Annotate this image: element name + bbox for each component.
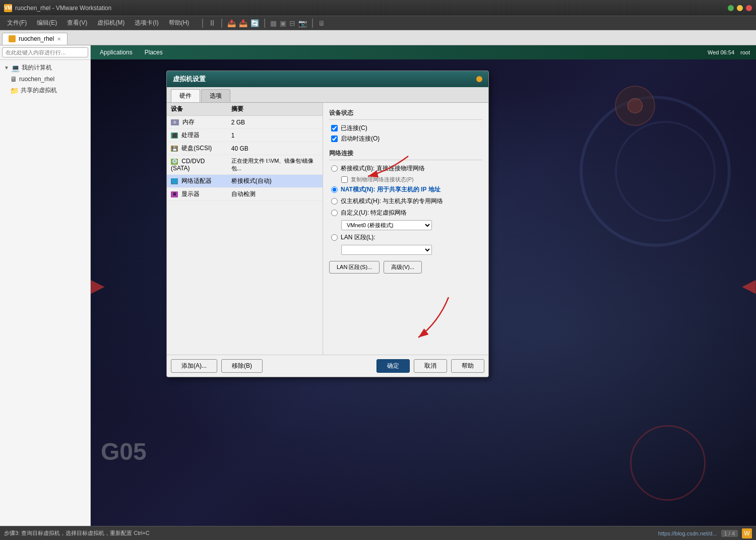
lan-segment-button[interactable]: LAN 区段(S)... (329, 261, 380, 274)
nat-label: NAT模式(N): 用于共享主机的 IP 地址 (341, 185, 440, 194)
vm-area: Applications Places Wed 06:54 root G05 ▶… (91, 45, 756, 526)
connect-on-start-checkbox[interactable] (331, 136, 338, 142)
host-only-label: 仅主机模式(H): 与主机共享的专用网络 (341, 197, 443, 206)
ok-button[interactable]: 确定 (376, 359, 410, 373)
dialog-footer-left: 添加(A)... 移除(B) (171, 359, 372, 373)
toolbar-pause-icon[interactable]: ⏸ (208, 19, 216, 28)
dialog-tabs: 硬件 选项 (167, 87, 488, 103)
dialog-close-button[interactable] (476, 76, 482, 82)
device-row-cd[interactable]: 💿 CD/DVD (SATA) 正在使用文件 I:\VM、镜像包\镜像包... (167, 155, 323, 175)
custom-dropdown[interactable]: VMnet0 (桥接模式) (341, 220, 432, 230)
app-icon: VM (4, 4, 12, 12)
toolbar-view1-icon[interactable]: ▦ (270, 19, 277, 27)
menu-view[interactable]: 查看(V) (62, 17, 92, 29)
toolbar-view2-icon[interactable]: ▣ (280, 19, 286, 27)
status-right: https://blog.csdn.net/d... 1 / 4 W (658, 528, 752, 538)
tab-label: ruochen_rhel (19, 35, 54, 42)
sidebar-label-shared-vm: 共享的虚拟机 (21, 86, 57, 95)
dialog-tab-hardware[interactable]: 硬件 (171, 89, 200, 102)
menu-help[interactable]: 帮助(H) (164, 17, 195, 29)
sidebar-search-input[interactable] (2, 47, 88, 57)
ram-icon: ≡ (171, 119, 179, 125)
sub-radio-bridge-physical: 复制物理网络连接状态(P) (329, 176, 482, 183)
watermark-icon[interactable]: W (742, 528, 752, 538)
titlebar: VM ruochen_rhel - VMware Workstation (0, 0, 756, 16)
menu-edit[interactable]: 编辑(E) (32, 17, 62, 29)
guest-menu-applications[interactable]: Applications (97, 48, 136, 57)
custom-label: 自定义(U): 特定虚拟网络 (341, 209, 407, 217)
net-icon: 🌐 (171, 178, 178, 184)
computer-icon: 💻 (11, 64, 20, 72)
help-button[interactable]: 帮助 (451, 359, 484, 373)
window-title: ruochen_rhel - VMware Workstation (15, 5, 728, 12)
device-row-cpu[interactable]: ⬛ 处理器 1 (167, 129, 323, 142)
hdd-icon: 💾 (171, 146, 178, 152)
guest-clock: Wed 06:54 (708, 49, 734, 55)
lan-label: LAN 区段(L): (341, 233, 375, 242)
close-button[interactable] (746, 5, 752, 11)
tab-close-button[interactable]: ✕ (57, 36, 61, 42)
dialog-tab-options[interactable]: 选项 (201, 89, 230, 102)
tab-ruochen-rhel[interactable]: ruochen_rhel ✕ (2, 33, 68, 45)
connect-on-start-label: 启动时连接(O) (341, 134, 380, 143)
minimize-button[interactable] (728, 5, 734, 11)
menu-vm[interactable]: 虚拟机(M) (92, 17, 130, 29)
add-button[interactable]: 添加(A)... (171, 359, 217, 373)
guest-user: root (740, 49, 750, 55)
connected-checkbox-row: 已连接(C) (329, 124, 482, 132)
sidebar-tree: ▼ 💻 我的计算机 🖥 ruochen_rhel 📁 共享的虚拟机 (0, 60, 90, 98)
sidebar-item-ruochen-rhel[interactable]: 🖥 ruochen_rhel (0, 74, 90, 85)
toolbar-view4-icon[interactable]: 📷 (298, 19, 307, 27)
menu-file[interactable]: 文件(F) (2, 17, 32, 29)
custom-dropdown-row: VMnet0 (桥接模式) (341, 220, 482, 230)
advanced-button[interactable]: 高级(V)... (384, 261, 422, 274)
bridge-sub-label: 复制物理网络连接状态(P) (351, 176, 414, 183)
statusbar: 步骤3: 查询目标虚拟机，选择目标虚拟机，重新配置 Ctrl+C https:/… (0, 526, 756, 540)
menu-tab[interactable]: 选项卡(I) (130, 17, 163, 29)
lan-dropdown-row (341, 245, 482, 255)
device-row-net[interactable]: 🌐 网络适配器 桥接模式(自动) (167, 175, 323, 188)
toolbar-refresh-icon[interactable]: 🔄 (250, 19, 259, 27)
dialog-title: 虚拟机设置 (173, 75, 476, 84)
col-device: 设备 (167, 103, 227, 116)
dialog-titlebar: 虚拟机设置 (167, 71, 488, 87)
page-indicator: 1 / 4 (721, 530, 738, 537)
radio-custom: 自定义(U): 特定虚拟网络 (329, 209, 482, 217)
vm-desktop[interactable]: G05 ▶ ◀ 🏠 home 🗑 Trash 💿 RHEL-7.0 Server… (91, 45, 756, 526)
network-section-title: 网络连接 (329, 149, 482, 160)
toolbar-screen-icon[interactable]: 🖥 (318, 19, 325, 27)
remove-button[interactable]: 移除(B) (221, 359, 263, 373)
window-controls (728, 5, 752, 11)
tabbar: ruochen_rhel ✕ (0, 30, 756, 45)
maximize-button[interactable] (737, 5, 743, 11)
col-summary: 摘要 (227, 103, 323, 116)
radio-bridge: 桥接模式(B): 直接连接物理网络 (329, 164, 482, 173)
cd-icon: 💿 (171, 159, 178, 165)
toolbar-receive-icon[interactable]: 📥 (239, 19, 247, 27)
radio-nat: NAT模式(N): 用于共享主机的 IP 地址 (329, 185, 482, 194)
vm-settings-dialog: 虚拟机设置 硬件 选项 设备 摘要 (166, 71, 489, 377)
status-text: 步骤3: 查询目标虚拟机，选择目标虚拟机，重新配置 Ctrl+C (4, 529, 654, 537)
toolbar-view3-icon[interactable]: ⊟ (289, 19, 295, 27)
menubar: 文件(F) 编辑(E) 查看(V) 虚拟机(M) 选项卡(I) 帮助(H) ⏸ … (0, 16, 756, 30)
network-section: 网络连接 桥接模式(B): 直接连接物理网络 复制物理网络连接状态(P) (329, 149, 482, 274)
device-table: 设备 摘要 ≡ 内存 2 GB (167, 103, 323, 201)
connected-checkbox[interactable] (331, 125, 338, 131)
device-row-monitor[interactable]: 🖥 显示器 自动检测 (167, 188, 323, 201)
device-row-ram[interactable]: ≡ 内存 2 GB (167, 116, 323, 129)
toolbar-send-icon[interactable]: 📤 (227, 19, 236, 27)
sidebar-item-my-computer[interactable]: ▼ 💻 我的计算机 (0, 62, 90, 74)
cancel-button[interactable]: 取消 (414, 359, 447, 373)
dialog-body: 设备 摘要 ≡ 内存 2 GB (167, 103, 488, 355)
device-row-hdd[interactable]: 💾 硬盘(SCSI) 40 GB (167, 142, 323, 155)
bridge-label: 桥接模式(B): 直接连接物理网络 (341, 164, 425, 173)
shared-vm-icon: 📁 (10, 87, 19, 95)
main-area: ▼ 💻 我的计算机 🖥 ruochen_rhel 📁 共享的虚拟机 Applic… (0, 45, 756, 526)
sidebar-item-shared-vm[interactable]: 📁 共享的虚拟机 (0, 85, 90, 96)
lan-buttons-row: LAN 区段(S)... 高级(V)... (329, 261, 482, 274)
status-link[interactable]: https://blog.csdn.net/d... (658, 530, 717, 536)
lan-dropdown[interactable] (341, 245, 432, 255)
connect-on-start-checkbox-row: 启动时连接(O) (329, 134, 482, 143)
vm-icon: 🖥 (10, 75, 17, 83)
guest-menu-places[interactable]: Places (142, 48, 166, 57)
